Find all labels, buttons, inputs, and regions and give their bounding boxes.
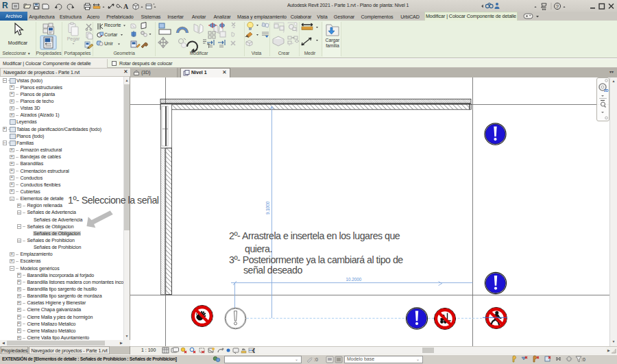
svg-text:Cargar: Cargar	[326, 38, 341, 43]
svg-text::0: :0	[581, 357, 585, 362]
svg-text:2D: 2D	[604, 88, 609, 93]
svg-text::0: :0	[314, 357, 318, 362]
svg-text:A: A	[123, 3, 129, 10]
svg-text:Pegar: Pegar	[67, 36, 80, 42]
svg-text:?: ?	[556, 3, 559, 10]
svg-text:Cortar: Cortar	[104, 32, 118, 37]
svg-text:Unir: Unir	[104, 41, 114, 46]
svg-text:Modificar: Modificar	[8, 40, 28, 45]
svg-text:9.1000: 9.1000	[265, 201, 270, 215]
svg-text:familia: familia	[326, 43, 339, 48]
svg-text:Recorte: Recorte	[104, 23, 121, 27]
svg-text:10.2000: 10.2000	[346, 277, 362, 282]
